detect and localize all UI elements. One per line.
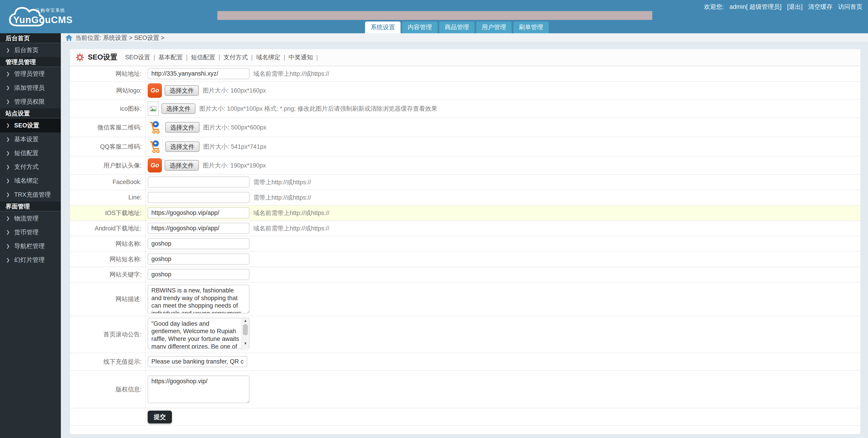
choose-file-button[interactable]: 选择文件 (165, 142, 199, 152)
sidebar-item-navbar[interactable]: ❯ 导航栏管理 (0, 239, 61, 253)
line-input[interactable] (148, 192, 249, 203)
choose-file-button[interactable]: 选择文件 (161, 104, 196, 114)
choose-file-button[interactable]: 选择文件 (165, 122, 199, 133)
form-row-android-url: Android下载地址: 域名前需带上http://或https:// (70, 221, 860, 236)
form-row-ios-url: IOS下载地址: 域名前需带上http://或https:// (70, 206, 860, 221)
sidebar-item-seo[interactable]: ❯ SEO设置 (0, 118, 61, 132)
field-hint: 域名前需带上http://或https:// (253, 224, 329, 232)
page-title: SEO设置 (88, 52, 117, 62)
sidebar-item-label: 添加管理员 (14, 84, 44, 92)
field-hint: 图片大小: 160px*160px (203, 86, 266, 95)
panel-tab-basic[interactable]: 基本配置 (158, 53, 191, 61)
sidebar-item-label: 支付方式 (14, 163, 39, 171)
panel-tab-sms[interactable]: 短信配置 (191, 53, 223, 61)
sidebar-item-admin-perms[interactable]: ❯ 管理员权限 (0, 95, 61, 109)
nav-tab-system[interactable]: 系统设置 (365, 22, 400, 33)
panel-tab-seo[interactable]: SEO设置 (125, 53, 158, 61)
breadcrumb: 当前位置: 系统设置 > SEO设置 > (61, 33, 868, 43)
android-url-input[interactable] (148, 223, 249, 234)
logout-link[interactable]: [退出] (787, 3, 803, 10)
field-label: 用户默认头像: (70, 156, 146, 174)
field-label: 首页滚动公告: (70, 316, 146, 353)
sidebar-item-slides[interactable]: ❯ 幻灯片管理 (0, 253, 61, 267)
breadcrumb-text: 当前位置: 系统设置 > SEO设置 > (75, 34, 164, 42)
sidebar-item-logistics[interactable]: ❯ 物流管理 (0, 211, 61, 225)
field-label: 网站描述: (70, 283, 146, 316)
chevron-right-icon: ❯ (6, 71, 10, 77)
avatar-thumbnail: Go (148, 158, 162, 173)
qq-qr-thumbnail (148, 139, 163, 154)
scroll-down-icon[interactable]: ▼ (244, 341, 247, 346)
seo-form: 网站地址: 域名前需带上http://或https:// 网站logo: Go … (70, 66, 860, 426)
field-label: IOS下载地址: (70, 206, 146, 221)
clear-cache-link[interactable]: 清空缓存 (808, 3, 833, 10)
sidebar-item-trx[interactable]: ❯ TRX充值管理 (0, 188, 61, 201)
scroll-up-icon[interactable]: ▲ (244, 319, 247, 323)
sidebar-item-payment[interactable]: ❯ 支付方式 (0, 160, 61, 174)
form-row-copyright: 版权信息: https://gogoshop.vip/ (70, 371, 860, 408)
field-hint: 图片大小: 541px*741px (203, 143, 267, 151)
field-label: 版权信息: (70, 371, 146, 408)
field-hint: 图片大小: 100px*100px 格式: *.png; 修改此图片后请强制刷新… (199, 105, 437, 113)
site-description-textarea[interactable]: RBWINS is a new, fashionable and trendy … (148, 285, 249, 314)
field-hint: 域名前需带上http://或https:// (253, 70, 329, 78)
field-label: Android下载地址: (70, 221, 146, 236)
sidebar-item-label: 导航栏管理 (14, 242, 44, 250)
sidebar-item-basic[interactable]: ❯ 基本设置 (0, 133, 61, 146)
nav-tab-users[interactable]: 用户管理 (476, 22, 512, 33)
sidebar-item-label: 后台首页 (14, 46, 39, 54)
scrollbar[interactable]: ▲ ▼ (242, 319, 249, 350)
form-row-offline-recharge: 线下充值提示: (70, 353, 860, 371)
panel-header: SEO设置 SEO设置 基本配置 短信配置 支付方式 域名绑定 中奖通知 (70, 49, 860, 66)
chevron-right-icon: ❯ (6, 85, 10, 90)
app-logo[interactable]: 云购夺宝系统 YunGouCMS (5, 2, 65, 31)
panel-tab-payment[interactable]: 支付方式 (223, 53, 256, 61)
panel-tab-winning[interactable]: 中奖通知 (288, 53, 321, 61)
chevron-right-icon: ❯ (6, 243, 10, 249)
sidebar-item-home[interactable]: ❯ 后台首页 (0, 43, 61, 57)
form-row-facebook: FaceBook: 需带上http://或https:// (70, 175, 860, 190)
sidebar-item-label: 幻灯片管理 (14, 256, 44, 264)
site-url-input[interactable] (148, 68, 249, 79)
chevron-right-icon: ❯ (6, 137, 10, 142)
field-label: ico图标: (70, 100, 146, 117)
offline-recharge-input[interactable] (148, 356, 247, 367)
sidebar-item-sms[interactable]: ❯ 短信配置 (0, 146, 61, 160)
chevron-right-icon: ❯ (6, 216, 10, 221)
site-keywords-input[interactable] (148, 269, 249, 280)
sidebar: 后台首页 ❯ 后台首页 管理员管理 ❯ 管理员管理 ❯ 添加管理员 ❯ 管理员权… (0, 33, 61, 438)
nav-tab-content[interactable]: 内容管理 (402, 22, 437, 33)
field-hint: 需带上http://或https:// (253, 178, 311, 186)
site-name-input[interactable] (148, 238, 249, 249)
panel-tab-domain[interactable]: 域名绑定 (256, 53, 288, 61)
sidebar-item-admin-add[interactable]: ❯ 添加管理员 (0, 81, 61, 95)
sidebar-item-domain[interactable]: ❯ 域名绑定 (0, 174, 61, 188)
scroll-thumb[interactable] (243, 324, 248, 335)
nav-tab-goods[interactable]: 商品管理 (439, 22, 474, 33)
main-nav: 系统设置 内容管理 商品管理 用户管理 刷单管理 (365, 22, 550, 33)
facebook-input[interactable] (148, 177, 249, 188)
visit-home-link[interactable]: 访问首页 (838, 3, 863, 10)
content-area: 当前位置: 系统设置 > SEO设置 > SEO设置 (61, 33, 868, 438)
sidebar-item-currency[interactable]: ❯ 货币管理 (0, 225, 61, 239)
sidebar-item-label: 基本设置 (14, 135, 39, 143)
form-row-site-keywords: 网站关键字: (70, 267, 860, 283)
nav-tab-orders[interactable]: 刷单管理 (514, 22, 549, 33)
sidebar-item-label: 管理员权限 (14, 97, 44, 106)
choose-file-button[interactable]: 选择文件 (165, 85, 199, 96)
ios-url-input[interactable] (148, 207, 249, 218)
choose-file-button[interactable]: 选择文件 (165, 160, 199, 171)
wechat-qr-thumbnail (148, 119, 163, 135)
top-header: 云购夺宝系统 YunGouCMS 欢迎您: admin[ 超级管理员] [退出]… (0, 0, 868, 33)
form-row-qq-qr: QQ客服二维码: 选择文件 (70, 137, 860, 156)
field-label: Line: (70, 190, 146, 205)
sidebar-section-ui: 界面管理 (0, 201, 61, 211)
submit-button[interactable]: 提交 (148, 411, 172, 423)
home-notice-textarea[interactable]: "Good day ladies and gentlemen, Welcome … (148, 318, 249, 349)
copyright-textarea[interactable]: https://gogoshop.vip/ (148, 376, 249, 403)
site-short-name-input[interactable] (148, 254, 249, 265)
sidebar-section-home: 后台首页 (0, 33, 61, 43)
chevron-right-icon: ❯ (6, 123, 10, 128)
sidebar-item-admin-manage[interactable]: ❯ 管理员管理 (0, 67, 61, 81)
sidebar-item-label: 管理员管理 (14, 70, 44, 78)
